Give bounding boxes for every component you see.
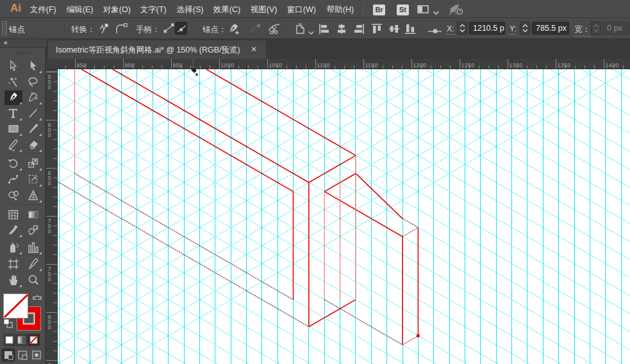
- bridge-button[interactable]: Br: [373, 4, 385, 15]
- convert-to-smooth-icon[interactable]: [115, 23, 128, 37]
- ruler-tick: [479, 65, 479, 69]
- ruler-tick: [335, 65, 335, 69]
- path-segment-right-bottom-face-edge[interactable]: [402, 336, 418, 345]
- tool-flyout-indicator-icon: [39, 200, 42, 203]
- gpu-performance-rocket-icon[interactable]: [448, 3, 463, 18]
- path-segment-beam-lower-edge[interactable]: [324, 192, 402, 236]
- menu-object[interactable]: 对象(O): [103, 4, 131, 15]
- stock-button[interactable]: St: [397, 4, 409, 15]
- menu-help[interactable]: 帮助(H): [327, 4, 354, 15]
- document-setup-icon[interactable]: [294, 22, 308, 38]
- path-segment-beam-right-edge[interactable]: [356, 174, 402, 219]
- perspective-grid-tool[interactable]: [24, 188, 42, 203]
- gradient-tool[interactable]: [24, 208, 42, 222]
- x-value-field[interactable]: 1210.5 px: [469, 22, 505, 35]
- free-transform-tool[interactable]: [24, 172, 42, 187]
- menu-select[interactable]: 选择(S): [177, 4, 204, 15]
- menu-effect[interactable]: 效果(C): [213, 4, 240, 15]
- arrange-documents-icon[interactable]: [417, 5, 431, 17]
- ruler-tick: [306, 65, 306, 69]
- path-segment-slab-top-edge-c[interactable]: [206, 69, 356, 156]
- toolbar-grip[interactable]: [16, 51, 31, 54]
- show-handles-button[interactable]: [163, 22, 175, 35]
- symbol-sprayer-tool[interactable]: [4, 240, 22, 255]
- hand-tool[interactable]: [4, 273, 22, 288]
- swap-fill-stroke-icon: [33, 296, 41, 299]
- ruler-tick: [53, 274, 57, 274]
- free-transform-tool-icon: [26, 172, 40, 186]
- ruler-tick: [152, 65, 153, 69]
- menu-view[interactable]: 视图(V): [251, 4, 278, 15]
- y-value-field[interactable]: 785.5 px: [532, 22, 569, 35]
- direct-selection-tool[interactable]: [24, 59, 42, 74]
- ruler-tick: [200, 65, 201, 69]
- line-segment-tool[interactable]: [24, 106, 42, 121]
- width-value-field-disabled: 0 px: [603, 22, 630, 35]
- handles-label: 手柄：: [136, 24, 160, 35]
- convert-to-corner-icon[interactable]: [98, 23, 110, 37]
- path-segment-top-face-edge[interactable]: [309, 156, 356, 183]
- x-stepper[interactable]: [457, 22, 467, 35]
- lasso-tool[interactable]: [24, 75, 42, 90]
- hide-handles-button[interactable]: [175, 22, 187, 35]
- cut-path-scissors-icon[interactable]: [267, 22, 281, 38]
- illustrator-window: Ai 文件(F) 编辑(E) 对象(O) 文字(T) 选择(S) 效果(C) 视…: [0, 0, 630, 364]
- y-stepper[interactable]: [520, 22, 530, 35]
- selection-tool[interactable]: [4, 59, 22, 74]
- align-middle-icon[interactable]: [388, 23, 400, 37]
- align-right-icon[interactable]: [353, 23, 365, 37]
- horizontal-ruler[interactable]: 8509009501000105011001150120012501300135…: [46, 59, 630, 69]
- shape-builder-tool[interactable]: [4, 188, 22, 203]
- curvature-tool[interactable]: [24, 90, 42, 105]
- menu-window[interactable]: 窗口(W): [287, 4, 316, 15]
- menu-file[interactable]: 文件(F): [30, 4, 56, 15]
- menu-edit[interactable]: 编辑(E): [67, 4, 94, 15]
- paintbrush-tool[interactable]: [24, 122, 42, 136]
- shaper-tool[interactable]: [4, 138, 22, 153]
- column-graph-tool[interactable]: [24, 240, 42, 255]
- path-segment-slab-top-edge-a[interactable]: [81, 69, 294, 192]
- distribute-icon[interactable]: [427, 26, 442, 37]
- align-bottom-icon[interactable]: [404, 23, 416, 37]
- pen-tool[interactable]: [4, 90, 22, 105]
- document-tab[interactable]: Isometric等距视角斜角网格.ai* @ 150% (RGB/预览) ✕: [47, 40, 267, 59]
- rectangle-tool[interactable]: [4, 122, 22, 136]
- path-segment-slab-bottom-edge-2[interactable]: [58, 181, 309, 326]
- ruler-tick: [75, 59, 76, 69]
- grid-line: [58, 69, 630, 364]
- chevron-down-icon[interactable]: [308, 26, 314, 38]
- vertical-ruler[interactable]: 550600650700750800850: [46, 69, 58, 364]
- ruler-tick: [53, 81, 57, 82]
- align-top-icon[interactable]: [371, 23, 383, 37]
- magic-wand-tool[interactable]: [4, 75, 22, 90]
- eraser-tool[interactable]: [24, 138, 42, 153]
- menu-type[interactable]: 文字(T): [140, 4, 167, 15]
- collapse-panel-icon[interactable]: «: [4, 39, 7, 46]
- blend-tool[interactable]: [24, 223, 42, 238]
- add-anchor-pen-icon[interactable]: [228, 22, 240, 38]
- ruler-tick: [53, 187, 57, 188]
- type-tool[interactable]: [4, 106, 22, 121]
- path-segment-bottom-face-edge[interactable]: [309, 300, 356, 327]
- align-left-icon[interactable]: [319, 23, 330, 37]
- panel-grip[interactable]: [2, 21, 7, 35]
- zoom-tool[interactable]: [24, 273, 42, 288]
- scale-tool[interactable]: [24, 156, 42, 171]
- path-segment-bottom-long-edge[interactable]: [324, 300, 402, 345]
- path-segment-right-top-face-se[interactable]: [402, 228, 418, 236]
- mesh-tool[interactable]: [4, 208, 22, 222]
- ruler-tick: [53, 341, 57, 342]
- artboard-tool[interactable]: [4, 257, 22, 272]
- align-center-icon[interactable]: [336, 23, 347, 37]
- eyedropper-tool[interactable]: [4, 223, 22, 238]
- y-label[interactable]: Y:: [510, 24, 517, 35]
- rotate-tool[interactable]: [4, 156, 22, 171]
- width-tool[interactable]: [4, 172, 22, 187]
- close-tab-icon[interactable]: ✕: [251, 45, 257, 54]
- chevron-down-icon[interactable]: [433, 6, 440, 18]
- path-segment-slab-top-edge-b[interactable]: [113, 69, 309, 183]
- artboard-canvas[interactable]: [58, 69, 630, 364]
- slice-tool[interactable]: [24, 257, 42, 272]
- color-button: [4, 335, 15, 345]
- x-label[interactable]: X:: [447, 24, 454, 35]
